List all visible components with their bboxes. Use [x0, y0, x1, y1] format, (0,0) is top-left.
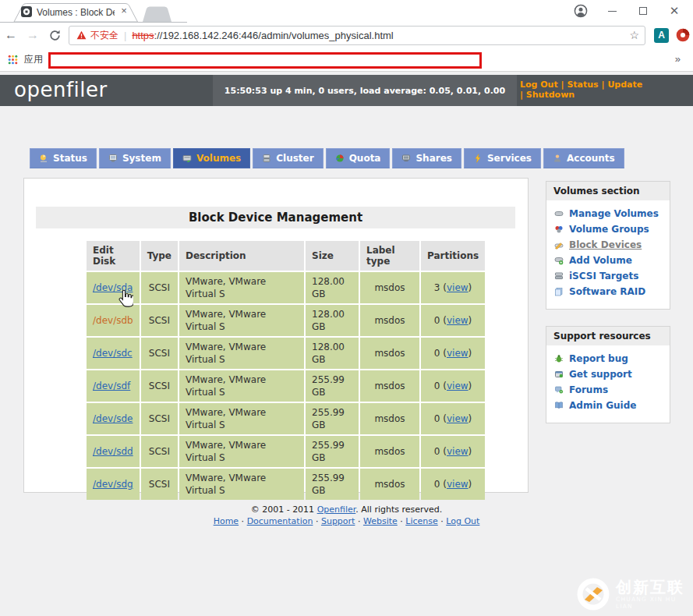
cell-partitions: 0 (view)	[421, 370, 485, 402]
reload-button[interactable]	[44, 30, 65, 41]
support-item-get-support[interactable]: Get support	[546, 366, 670, 382]
footer-link-website[interactable]: Website	[363, 516, 398, 526]
disk-link--dev-sdg[interactable]: /dev/sdg	[93, 479, 133, 490]
cell-description: VMware, VMware Virtual S	[179, 338, 304, 369]
cell-size: 255.99 GB	[306, 436, 359, 467]
column-header-type: Type	[141, 241, 178, 271]
sidebar-item-software-raid[interactable]: Software RAID	[546, 284, 670, 299]
apps-grid-icon[interactable]	[8, 55, 18, 65]
cell-edit-disk: /dev/sdc	[87, 338, 140, 369]
footer-link-documentation[interactable]: Documentation	[247, 516, 313, 526]
system-icon	[108, 154, 118, 163]
cell-type: SCSI	[141, 370, 178, 402]
tab-label: System	[122, 153, 161, 164]
address-bar[interactable]: 不安全 | https://192.168.142.246:446/admin/…	[69, 26, 645, 45]
browser-toolbar: ← → 不安全 | https://192.168.142.246:446/ad…	[0, 22, 693, 48]
disk-link--dev-sde[interactable]: /dev/sde	[93, 413, 133, 424]
support-item-forums[interactable]: Forums	[546, 382, 670, 398]
cell-size: 128.00 GB	[306, 272, 359, 303]
footer-link-license[interactable]: License	[405, 516, 437, 526]
extension-a-icon[interactable]: A	[654, 28, 669, 43]
profile-avatar-icon[interactable]	[565, 0, 596, 22]
column-header-label-type: Label type	[360, 241, 419, 271]
view-link--dev-sde[interactable]: view	[447, 413, 468, 424]
tab-accounts[interactable]: Accounts	[543, 148, 624, 168]
header-link-shutdown[interactable]: Shutdown	[526, 90, 575, 100]
cell-label-type: msdos	[360, 469, 419, 500]
view-link--dev-sdf[interactable]: view	[447, 381, 468, 391]
bookmarks-overflow-icon[interactable]: »	[675, 53, 681, 65]
forward-button[interactable]: →	[22, 28, 44, 42]
view-link--dev-sda[interactable]: view	[447, 282, 468, 293]
view-link--dev-sdg[interactable]: view	[447, 479, 468, 490]
sidebar-item-iscsi-targets[interactable]: iSCSI Targets	[546, 268, 670, 284]
bookmark-star-icon[interactable]: ☆	[629, 29, 639, 41]
tab-services[interactable]: Services	[464, 148, 541, 168]
session-link-group: | Update	[602, 80, 643, 90]
tab-volumes[interactable]: Volumes	[173, 148, 250, 168]
tab-shares[interactable]: Shares	[392, 148, 461, 168]
disk-link--dev-sdd[interactable]: /dev/sdd	[93, 446, 133, 457]
sidebar-item-label: Volume Groups	[569, 224, 649, 235]
cell-edit-disk: /dev/sda	[87, 272, 140, 303]
separator: ·	[313, 516, 321, 526]
sidebar-item-label: Add Volume	[569, 255, 632, 266]
uptime-status-bar: 15:50:53 up 4 min, 0 users, load average…	[213, 75, 517, 106]
uptime-status-text: 15:50:53 up 4 min, 0 users, load average…	[225, 86, 505, 96]
cell-partitions: 0 (view)	[421, 469, 485, 500]
sidebar-item-label: Admin Guide	[569, 400, 636, 411]
tab-cluster[interactable]: Cluster	[253, 148, 323, 168]
cell-description: VMware, VMware Virtual S	[179, 436, 304, 467]
footer-link-log-out[interactable]: Log Out	[446, 516, 479, 526]
back-button[interactable]: ←	[0, 28, 22, 42]
cell-label-type: msdos	[360, 436, 419, 467]
security-label: 不安全	[90, 29, 118, 42]
disk-link--dev-sda[interactable]: /dev/sda	[93, 282, 133, 293]
tab-label: Quota	[349, 153, 381, 164]
cell-partitions: 3 (view)	[421, 272, 485, 303]
maximize-button[interactable]	[628, 0, 659, 22]
openfiler-link[interactable]: Openfiler	[317, 504, 356, 515]
cell-edit-disk: /dev/sde	[87, 403, 140, 434]
separator: |	[520, 90, 526, 100]
column-header-partitions: Partitions	[421, 241, 485, 271]
tab-status[interactable]: Status	[30, 148, 97, 168]
column-header-edit-disk: Edit Disk	[87, 241, 140, 271]
footer-link-home[interactable]: Home	[214, 516, 239, 526]
sidebar-item-add-volume[interactable]: Add Volume	[546, 253, 670, 268]
security-warning-icon[interactable]	[76, 30, 87, 40]
cell-partitions: 0 (view)	[421, 338, 485, 369]
disk-link--dev-sdf[interactable]: /dev/sdf	[93, 381, 130, 391]
view-link--dev-sdc[interactable]: view	[447, 348, 468, 359]
footer-link-support[interactable]: Support	[321, 516, 355, 526]
cell-description: VMware, VMware Virtual S	[179, 305, 304, 336]
support-item-report-bug[interactable]: Report bug	[546, 351, 670, 366]
tab-quota[interactable]: Quota	[326, 148, 391, 168]
view-link--dev-sdb[interactable]: view	[447, 315, 468, 326]
cell-edit-disk: /dev/sdd	[87, 436, 140, 467]
cell-partitions: 0 (view)	[421, 305, 485, 336]
header-link-status[interactable]: Status	[567, 80, 598, 90]
close-window-button[interactable]: ✕	[659, 0, 690, 22]
cell-edit-disk: /dev/sdg	[87, 469, 140, 500]
extension-red-icon[interactable]	[676, 28, 690, 42]
url-remainder: ://192.168.142.246:446/admin/volumes_phy…	[154, 30, 394, 41]
view-link--dev-sdd[interactable]: view	[447, 446, 468, 457]
tab-label: Cluster	[276, 153, 313, 164]
tab-system[interactable]: System	[99, 148, 171, 168]
cell-type: SCSI	[141, 338, 178, 369]
content-panel: Block Device Management Edit DiskTypeDes…	[23, 178, 529, 493]
sidebar-item-manage-volumes[interactable]: Manage Volumes	[546, 206, 670, 221]
sidebar-item-volume-groups[interactable]: Volume Groups	[546, 221, 670, 237]
new-tab-button[interactable]	[143, 7, 171, 23]
support-item-admin-guide[interactable]: Admin Guide	[546, 398, 670, 413]
sidebar-item-block-devices[interactable]: Block Devices	[546, 237, 670, 253]
apps-label[interactable]: 应用	[24, 53, 43, 66]
tab-close-icon[interactable]: ×	[118, 5, 130, 17]
minimize-button[interactable]	[596, 0, 628, 22]
nav-tabs: StatusSystemVolumesClusterQuotaSharesSer…	[30, 148, 624, 168]
disk-link--dev-sdc[interactable]: /dev/sdc	[93, 348, 133, 359]
disk-link--dev-sdb[interactable]: /dev/sdb	[93, 315, 133, 326]
header-link-log-out[interactable]: Log Out	[520, 80, 558, 90]
header-link-update[interactable]: Update	[607, 80, 642, 90]
